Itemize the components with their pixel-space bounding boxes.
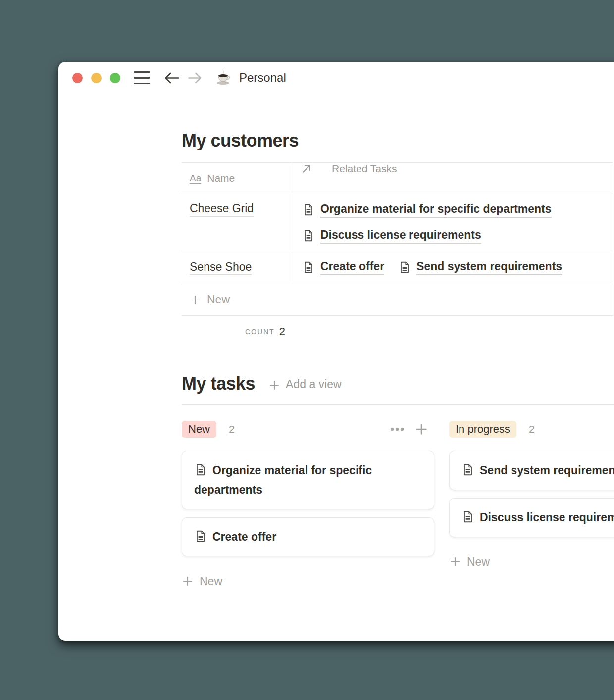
back-arrow-icon[interactable] (163, 71, 180, 85)
plus-icon (269, 380, 280, 391)
board-divider (182, 404, 614, 405)
group-count: 2 (229, 423, 235, 435)
tasks-db-title[interactable]: My tasks (182, 373, 255, 395)
page-icon (194, 530, 207, 543)
customers-table: Aa Name Related Tasks Cheese Grid (182, 162, 613, 316)
task-card[interactable]: Send system requirements (449, 451, 614, 490)
related-tasks-cell[interactable]: Create offer Send system requirements (292, 251, 613, 284)
group-add-card-icon[interactable] (415, 423, 428, 436)
customer-name-link[interactable]: Sense Shoe (190, 260, 252, 275)
table-new-row-button[interactable]: New (182, 284, 613, 316)
plus-icon (182, 576, 193, 587)
table-row-sense-shoe: Sense Shoe Create offer Send system requ… (182, 251, 613, 284)
group-new-card-button[interactable]: New (449, 553, 614, 571)
coffee-page-icon (215, 70, 232, 86)
count-value: 2 (279, 325, 285, 338)
group-new-card-button[interactable]: New (182, 572, 434, 590)
related-task-chip[interactable]: Create offer (302, 254, 384, 280)
plus-icon (190, 295, 201, 305)
app-window: Personal My customers Aa Name Related Ta… (58, 62, 614, 641)
board-group-new: New 2 Organize material fo (182, 421, 434, 590)
related-tasks-cell[interactable]: Organize material for specific departmen… (292, 194, 613, 251)
column-name-label: Name (207, 172, 235, 184)
count-label: COUNT (245, 328, 275, 336)
titlebar: Personal (58, 62, 614, 94)
table-count-footer[interactable]: COUNT 2 (182, 316, 292, 348)
group-more-options-icon[interactable] (390, 427, 404, 431)
task-card[interactable]: Create offer (182, 517, 434, 556)
minimize-window-button[interactable] (91, 73, 102, 83)
customers-db-title[interactable]: My customers (182, 130, 614, 151)
column-related-tasks-label: Related Tasks (332, 163, 397, 175)
plus-icon (450, 556, 460, 567)
page-icon (398, 261, 411, 274)
page-title-breadcrumb[interactable]: Personal (239, 71, 286, 85)
related-task-chip[interactable]: Send system requirements (398, 254, 562, 280)
customer-name-link[interactable]: Cheese Grid (190, 202, 254, 217)
customer-name-cell[interactable]: Sense Shoe (182, 251, 292, 284)
related-task-chip[interactable]: Organize material for specific departmen… (302, 197, 552, 223)
page-icon (461, 510, 474, 523)
customer-name-cell[interactable]: Cheese Grid (182, 194, 292, 251)
page-icon (461, 463, 474, 476)
group-count: 2 (529, 423, 535, 435)
table-row-cheese-grid: Cheese Grid Organize material for specif… (182, 194, 613, 251)
page-icon (194, 463, 207, 476)
page-icon (302, 203, 315, 216)
relation-arrow-icon (301, 163, 312, 174)
title-property-icon: Aa (190, 173, 201, 184)
page-icon (302, 261, 315, 274)
column-header-related-tasks[interactable]: Related Tasks (292, 163, 613, 194)
task-card[interactable]: Organize material for specific departmen… (182, 451, 434, 509)
status-badge-in-progress[interactable]: In progress (449, 421, 516, 438)
close-window-button[interactable] (72, 73, 83, 83)
forward-arrow-icon[interactable] (188, 71, 202, 85)
board-group-in-progress: In progress 2 Send system requirements D… (449, 421, 614, 590)
zoom-window-button[interactable] (110, 73, 120, 83)
status-badge-new[interactable]: New (182, 421, 216, 438)
column-header-name[interactable]: Aa Name (182, 163, 292, 194)
group-header: In progress 2 (449, 421, 614, 438)
related-task-chip[interactable]: Discuss license requirements (302, 223, 481, 249)
tasks-board: New 2 Organize material fo (182, 421, 614, 590)
table-header-row: Aa Name Related Tasks (182, 163, 613, 194)
group-header: New 2 (182, 421, 434, 438)
task-card[interactable]: Discuss license requirements (449, 498, 614, 537)
sidebar-menu-icon[interactable] (134, 71, 150, 84)
add-view-button[interactable]: Add a view (269, 378, 342, 391)
page-icon (302, 229, 315, 242)
